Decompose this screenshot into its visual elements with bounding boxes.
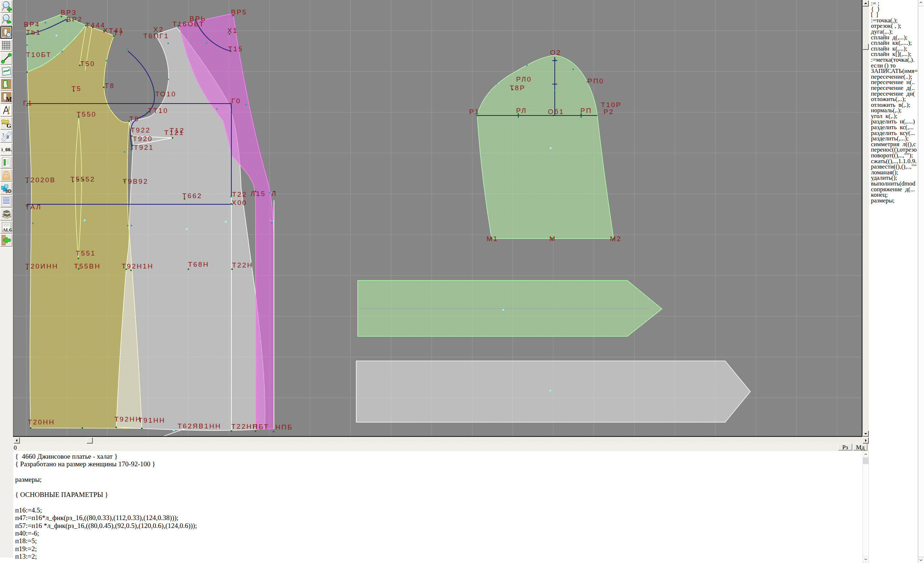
svg-text:Т662: Т662 <box>182 192 202 199</box>
svg-text:Т62ЯВ1НН: Т62ЯВ1НН <box>178 422 221 430</box>
svg-text:Т68Н: Т68Н <box>188 261 209 268</box>
svg-text:НПБ: НПБ <box>275 423 293 431</box>
svg-text:Т5: Т5 <box>72 85 82 92</box>
svg-text:Т22: Т22 <box>232 190 247 198</box>
svg-text:М: М <box>549 235 556 243</box>
svg-text:Т10Р: Т10Р <box>601 101 621 109</box>
svg-text:Т12: Т12 <box>170 127 185 134</box>
svg-text:Т6ПГ1: Т6ПГ1 <box>143 32 169 40</box>
svg-text:Т920: Т920 <box>133 135 153 142</box>
svg-text:О2: О2 <box>550 49 561 56</box>
svg-text:Об1: Об1 <box>548 108 564 115</box>
svg-text:М1: М1 <box>486 235 498 243</box>
svg-text:РП: РП <box>580 107 592 114</box>
svg-text:Т8: Т8 <box>105 82 115 90</box>
svg-text:Л15: Л15 <box>250 190 266 198</box>
svg-text:Т9В92: Т9В92 <box>123 178 148 185</box>
svg-text:Т10БТ: Т10БТ <box>26 51 52 58</box>
svg-text:ТАЛ: ТАЛ <box>25 203 42 211</box>
svg-text:Х1: Х1 <box>227 27 238 34</box>
svg-text:Т444: Т444 <box>86 21 105 29</box>
svg-text:Р1: Р1 <box>469 108 480 115</box>
svg-text:Х00: Х00 <box>232 199 247 207</box>
svg-text:РЛ0: РЛ0 <box>516 75 532 83</box>
svg-text:РЛ: РЛ <box>516 107 527 114</box>
svg-text:ВРЬ: ВРЬ <box>189 15 207 22</box>
svg-text:ВР2: ВР2 <box>66 15 82 23</box>
svg-text:Л: Л <box>272 190 277 198</box>
svg-text:ПБТ: ПБТ <box>253 423 269 431</box>
svg-text:Т20НН: Т20НН <box>28 418 55 426</box>
svg-text:Т9: Т9 <box>129 115 140 123</box>
svg-text:ВР5: ВР5 <box>231 8 247 16</box>
svg-text:ТТ10: ТТ10 <box>148 107 168 114</box>
svg-text:Г0: Г0 <box>231 97 241 105</box>
svg-text:Т20ИНН: Т20ИНН <box>25 262 58 270</box>
svg-text:ВР4: ВР4 <box>24 21 40 28</box>
svg-text:Т22Н: Т22Н <box>232 261 253 269</box>
svg-text:Т551: Т551 <box>76 249 96 257</box>
svg-text:ТО10: ТО10 <box>155 90 177 98</box>
svg-text:ВР3: ВР3 <box>61 9 77 16</box>
svg-text:Т921: Т921 <box>134 144 154 151</box>
svg-text:Т8Р: Т8Р <box>510 84 525 92</box>
svg-text:Т55ВН: Т55ВН <box>74 262 101 270</box>
svg-text:Т15: Т15 <box>228 45 243 53</box>
svg-text:М2: М2 <box>610 235 621 243</box>
svg-text:Т91НН: Т91НН <box>138 416 165 424</box>
svg-text:Т92Н1Н: Т92Н1Н <box>122 262 154 270</box>
svg-text:Р2: Р2 <box>603 108 614 115</box>
svg-text:Т550: Т550 <box>76 111 96 118</box>
svg-text:Т922: Т922 <box>130 126 150 134</box>
svg-text:Т92НН: Т92НН <box>114 415 141 423</box>
svg-text:Т50: Т50 <box>80 60 95 67</box>
svg-text:Т2020В: Т2020В <box>25 176 56 184</box>
svg-text:Тb1: Тb1 <box>26 28 41 36</box>
svg-text:РП0: РП0 <box>588 77 604 85</box>
svg-text:Т7: Т7 <box>114 29 124 37</box>
svg-text:Т5552: Т5552 <box>70 175 95 183</box>
svg-text:Г1: Г1 <box>23 99 33 107</box>
